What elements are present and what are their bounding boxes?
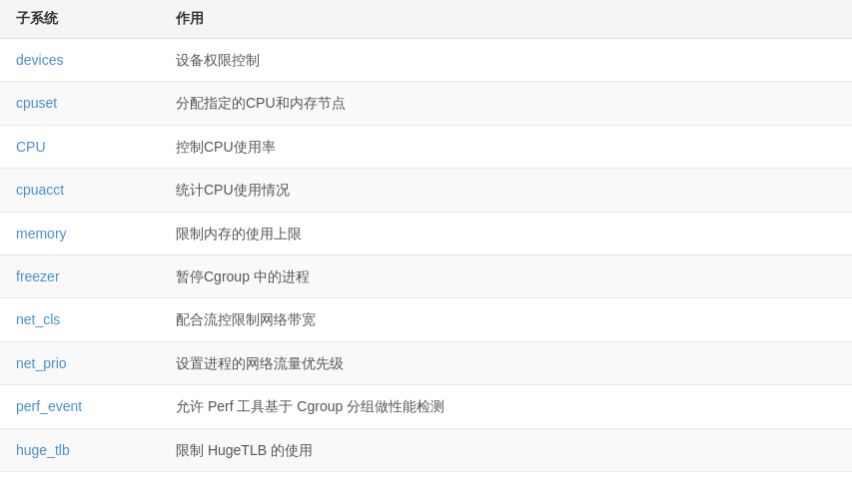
subsystem-name: memory <box>0 212 160 254</box>
subsystem-desc: 限制内存的使用上限 <box>160 212 852 254</box>
subsystem-desc: 限制 HugeTLB 的使用 <box>160 428 852 471</box>
header-col1: 子系统 <box>0 0 160 39</box>
subsystem-name: perf_event <box>0 385 160 428</box>
table-row: net_prio设置进程的网络流量优先级 <box>0 341 852 384</box>
subsystem-name: huge_tlb <box>0 428 160 471</box>
header-col2: 作用 <box>160 0 852 39</box>
subsystem-desc: 设备权限控制 <box>160 39 852 82</box>
subsystem-desc: 暂停Cgroup 中的进程 <box>160 254 852 297</box>
subsystem-desc: 允许 Perf 工具基于 Cgroup 分组做性能检测 <box>160 385 852 428</box>
subsystem-name: cpuset <box>0 82 160 125</box>
subsystem-name: cpuacct <box>0 169 160 212</box>
subsystem-name: net_cls <box>0 298 160 341</box>
table-row: cpuacct统计CPU使用情况 <box>0 169 852 212</box>
subsystem-name: CPU <box>0 125 160 168</box>
table-row: devices设备权限控制 <box>0 39 852 82</box>
subsystem-name: net_prio <box>0 341 160 384</box>
subsystem-name: freezer <box>0 254 160 297</box>
subsystem-desc: 设置进程的网络流量优先级 <box>160 341 852 384</box>
table-row: net_cls配合流控限制网络带宽 <box>0 298 852 341</box>
table-row: perf_event允许 Perf 工具基于 Cgroup 分组做性能检测 <box>0 385 852 428</box>
subsystem-table: 子系统 作用 devices设备权限控制cpuset分配指定的CPU和内存节点C… <box>0 0 852 472</box>
table-row: CPU控制CPU使用率 <box>0 125 852 168</box>
main-table-container: 子系统 作用 devices设备权限控制cpuset分配指定的CPU和内存节点C… <box>0 0 852 472</box>
subsystem-desc: 配合流控限制网络带宽 <box>160 298 852 341</box>
subsystem-desc: 分配指定的CPU和内存节点 <box>160 82 852 125</box>
table-row: cpuset分配指定的CPU和内存节点 <box>0 82 852 125</box>
table-row: memory限制内存的使用上限 <box>0 212 852 254</box>
table-row: freezer暂停Cgroup 中的进程 <box>0 254 852 297</box>
table-row: huge_tlb限制 HugeTLB 的使用 <box>0 428 852 471</box>
subsystem-desc: 统计CPU使用情况 <box>160 169 852 212</box>
subsystem-desc: 控制CPU使用率 <box>160 125 852 168</box>
subsystem-name: devices <box>0 39 160 82</box>
table-header-row: 子系统 作用 <box>0 0 852 39</box>
